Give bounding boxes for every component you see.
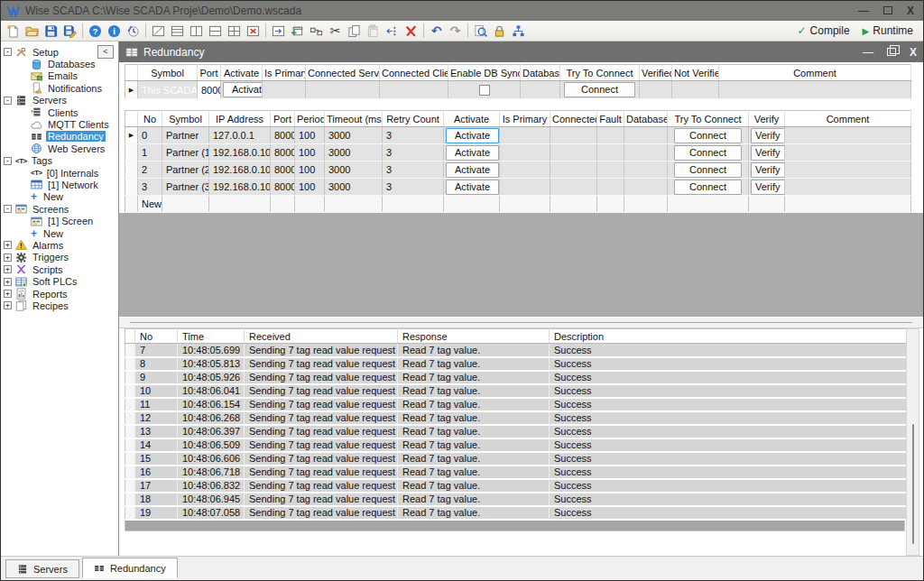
- sidebar-item-recipes[interactable]: +Recipes: [1, 300, 118, 311]
- info-icon[interactable]: [105, 22, 124, 40]
- column-header[interactable]: Verify: [749, 111, 785, 127]
- copy-icon[interactable]: [345, 22, 364, 40]
- column-header[interactable]: Timeout (ms): [325, 111, 383, 127]
- sidebar-item-notifications[interactable]: Notifications: [1, 82, 118, 94]
- tree-expander-icon[interactable]: +: [4, 254, 12, 262]
- close-window-icon[interactable]: [244, 22, 263, 40]
- history-icon[interactable]: [124, 22, 143, 40]
- column-header[interactable]: Database: [521, 65, 560, 81]
- scrollbar-thumb[interactable]: [912, 424, 914, 544]
- column-header[interactable]: Response: [398, 329, 550, 344]
- timeout-cell[interactable]: 3000: [325, 179, 383, 196]
- symbol-cell[interactable]: This SCADA: [138, 81, 198, 99]
- sidebar-item-soft-plcs[interactable]: +Soft PLCs: [1, 275, 118, 287]
- column-header[interactable]: Fault: [597, 111, 624, 127]
- sidebar-collapse-button[interactable]: <: [97, 45, 114, 59]
- no-cell[interactable]: 1: [138, 144, 162, 161]
- sidebar-item-screen-1[interactable]: [1] Screen: [1, 215, 118, 226]
- activate-button[interactable]: Activate: [446, 128, 499, 143]
- period-cell[interactable]: 100: [295, 144, 325, 161]
- period-cell[interactable]: 100: [295, 127, 325, 144]
- timeout-cell[interactable]: 3000: [325, 127, 383, 144]
- layout-split-icon[interactable]: [206, 22, 225, 40]
- layout-rows-icon[interactable]: [168, 22, 187, 40]
- maximize-button[interactable]: [883, 5, 892, 16]
- column-header[interactable]: Period: [295, 111, 325, 127]
- connect-button[interactable]: Connect: [564, 82, 635, 97]
- column-header[interactable]: Not Verified: [672, 65, 719, 81]
- child-close-button[interactable]: X: [910, 46, 917, 59]
- no-cell[interactable]: 2: [138, 161, 162, 179]
- no-cell[interactable]: 0: [138, 127, 162, 144]
- insert-reference-icon[interactable]: [383, 22, 402, 40]
- tree-expander-icon[interactable]: -: [4, 157, 12, 165]
- minimize-button[interactable]: —: [858, 5, 869, 16]
- period-cell[interactable]: 100: [295, 161, 325, 179]
- column-header[interactable]: Connected Server: [306, 65, 380, 81]
- symbol-cell[interactable]: Partner (1): [162, 144, 209, 161]
- compile-button[interactable]: Compile: [810, 24, 850, 37]
- column-header[interactable]: Comment: [785, 111, 911, 127]
- column-header[interactable]: Activate: [221, 65, 263, 81]
- sidebar-item-scripts[interactable]: +Scripts: [1, 263, 118, 275]
- sidebar-item-reports[interactable]: +Reports: [1, 288, 118, 300]
- comment-cell[interactable]: [719, 81, 911, 99]
- column-header[interactable]: No: [138, 111, 162, 127]
- save-edit-icon[interactable]: [60, 22, 79, 40]
- sidebar-item-tags[interactable]: -<T>Tags: [1, 155, 118, 167]
- sidebar-item-databases[interactable]: Databases: [1, 58, 118, 69]
- connect-button[interactable]: Connect: [674, 145, 742, 161]
- new-window-icon[interactable]: [149, 22, 168, 40]
- cut-icon[interactable]: ✂: [326, 22, 345, 40]
- port-cell[interactable]: 8000: [271, 179, 295, 196]
- open-folder-icon[interactable]: [23, 22, 42, 40]
- column-header[interactable]: Port: [271, 111, 295, 127]
- sidebar-item-alarms[interactable]: +Alarms: [1, 239, 118, 251]
- close-button[interactable]: X: [907, 5, 914, 16]
- log-vertical-scrollbar[interactable]: [906, 328, 919, 556]
- save-icon[interactable]: [42, 22, 60, 40]
- symbol-cell[interactable]: Partner (2): [162, 161, 209, 179]
- tree-expander-icon[interactable]: +: [4, 278, 12, 286]
- activate-button[interactable]: Activate: [446, 180, 499, 195]
- column-header[interactable]: Retry Count: [383, 111, 444, 127]
- column-header[interactable]: Enable DB Sync: [448, 65, 521, 81]
- ip-cell[interactable]: 127.0.0.1: [209, 127, 271, 144]
- horizontal-splitter[interactable]: [119, 317, 923, 328]
- retry-cell[interactable]: 3: [383, 161, 444, 179]
- runtime-button[interactable]: Runtime: [873, 24, 913, 37]
- timeout-cell[interactable]: 3000: [325, 144, 383, 161]
- child-minimize-button[interactable]: —: [863, 46, 873, 59]
- comment-cell[interactable]: [785, 179, 911, 196]
- column-header[interactable]: Description: [550, 329, 910, 344]
- tree-expander-icon[interactable]: -: [4, 97, 12, 105]
- sidebar-item-network[interactable]: [1] Network: [1, 179, 118, 190]
- tree-expander-icon[interactable]: +: [4, 290, 12, 298]
- verify-button[interactable]: Verify: [751, 145, 785, 161]
- symbol-cell[interactable]: Partner (3): [162, 179, 209, 196]
- help-icon[interactable]: [86, 22, 105, 40]
- connect-button[interactable]: Connect: [674, 162, 742, 178]
- sidebar-item-redundancy[interactable]: Redundancy: [1, 131, 118, 143]
- port-cell[interactable]: 8000: [271, 127, 295, 144]
- sidebar-item-clients[interactable]: Clients: [1, 106, 118, 118]
- paste-icon[interactable]: [364, 22, 383, 40]
- port-cell[interactable]: 8000: [271, 144, 295, 161]
- activate-button[interactable]: Activate: [446, 145, 499, 161]
- connect-button[interactable]: Connect: [674, 128, 742, 143]
- dock-window-icon[interactable]: [269, 22, 288, 40]
- verify-button[interactable]: Verify: [751, 162, 785, 178]
- comment-cell[interactable]: [785, 127, 911, 144]
- redo-icon[interactable]: ↷: [446, 22, 465, 40]
- ip-cell[interactable]: 192.168.0.102: [209, 179, 271, 196]
- column-header[interactable]: Comment: [719, 65, 911, 81]
- column-header[interactable]: Symbol: [138, 65, 198, 81]
- retry-cell[interactable]: 3: [383, 127, 444, 144]
- column-header[interactable]: Time: [178, 329, 245, 344]
- tree-expander-icon[interactable]: +: [4, 241, 12, 249]
- sidebar-item-triggers[interactable]: +Triggers: [1, 252, 118, 263]
- new-row[interactable]: New: [125, 196, 911, 213]
- retry-cell[interactable]: 3: [383, 144, 444, 161]
- new-file-icon[interactable]: [4, 22, 23, 40]
- child-restore-button[interactable]: [887, 48, 896, 56]
